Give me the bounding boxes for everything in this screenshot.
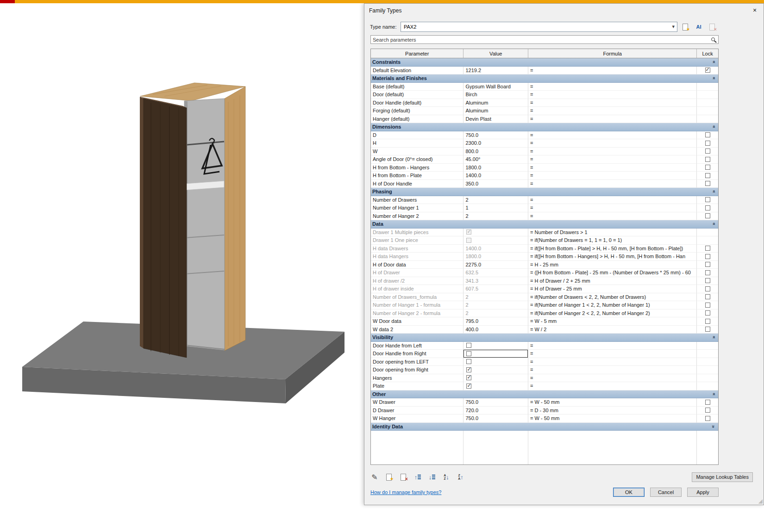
- new-type-button[interactable]: ★: [680, 21, 691, 32]
- param-value-cell[interactable]: 1400.0: [463, 245, 528, 253]
- param-name-cell[interactable]: Number of Hanger 2: [371, 212, 463, 221]
- column-header-formula[interactable]: Formula: [528, 49, 697, 58]
- param-lock-cell[interactable]: [697, 83, 718, 91]
- param-name-cell[interactable]: H of drawer /2: [371, 277, 463, 285]
- value-checkbox[interactable]: [466, 359, 471, 364]
- section-header-dimensions[interactable]: Dimensions»: [371, 123, 718, 131]
- lock-checkbox[interactable]: [705, 213, 710, 218]
- lock-checkbox[interactable]: [705, 132, 710, 137]
- param-lock-cell[interactable]: [697, 326, 718, 334]
- param-value-cell[interactable]: 1400.0: [463, 172, 528, 180]
- param-lock-cell[interactable]: [697, 245, 718, 253]
- section-header-phasing[interactable]: Phasing»: [371, 188, 718, 196]
- param-name-cell[interactable]: Default Elevation: [371, 67, 463, 75]
- param-name-cell[interactable]: H data Hangers: [371, 253, 463, 261]
- close-icon[interactable]: ×: [751, 6, 759, 14]
- param-name-cell[interactable]: Drawer 1 Multiple pieces: [371, 229, 463, 237]
- param-lock-cell[interactable]: [697, 115, 718, 124]
- param-name-cell[interactable]: H from Bottom - Plate: [371, 172, 463, 180]
- lock-checkbox[interactable]: [705, 416, 710, 421]
- param-formula-cell[interactable]: =: [528, 204, 697, 212]
- move-parameter-up-button[interactable]: ↑: [412, 472, 423, 482]
- lock-checkbox[interactable]: [705, 173, 710, 178]
- param-value-cell[interactable]: 720.0: [463, 407, 528, 415]
- param-name-cell[interactable]: Door Handle from Right: [371, 350, 463, 358]
- param-value-cell[interactable]: 1800.0: [463, 164, 528, 172]
- param-formula-cell[interactable]: = if(Number of Hanger 2 < 2, 2, Number o…: [528, 309, 697, 318]
- param-lock-cell[interactable]: [697, 309, 718, 318]
- param-lock-cell[interactable]: [697, 407, 718, 415]
- param-name-cell[interactable]: H of drawer inside: [371, 285, 463, 293]
- lock-checkbox[interactable]: [705, 254, 710, 259]
- param-value-cell[interactable]: [463, 366, 528, 374]
- value-checkbox[interactable]: [466, 375, 471, 380]
- param-value-cell[interactable]: 2300.0: [463, 139, 528, 148]
- param-lock-cell[interactable]: [697, 212, 718, 221]
- param-lock-cell[interactable]: [697, 236, 718, 245]
- param-value-cell[interactable]: Aluminum: [463, 99, 528, 107]
- param-formula-cell[interactable]: = Number of Drawers > 1: [528, 229, 697, 237]
- param-name-cell[interactable]: Number of Hanger 2 - formula: [371, 309, 463, 318]
- param-formula-cell[interactable]: =: [528, 358, 697, 366]
- param-name-cell[interactable]: Number of Drawers_formula: [371, 293, 463, 302]
- param-value-cell[interactable]: [463, 342, 528, 350]
- lock-checkbox[interactable]: [705, 286, 710, 291]
- param-name-cell[interactable]: D Drawer: [371, 407, 463, 415]
- param-name-cell[interactable]: W: [371, 148, 463, 156]
- param-formula-cell[interactable]: = W - 5 mm: [528, 317, 697, 326]
- section-header-constraints[interactable]: Constraints»: [371, 58, 718, 67]
- delete-parameter-button[interactable]: ×: [398, 472, 409, 482]
- param-lock-cell[interactable]: [697, 317, 718, 326]
- param-name-cell[interactable]: Drawer 1 One piece: [371, 236, 463, 245]
- param-name-cell[interactable]: Plate: [371, 382, 463, 390]
- param-formula-cell[interactable]: = H of Drawer / 2 + 25 mm: [528, 277, 697, 285]
- new-parameter-button[interactable]: ★: [383, 472, 395, 482]
- lock-checkbox[interactable]: [705, 303, 710, 308]
- param-name-cell[interactable]: H from Bottom - Hangers: [371, 164, 463, 172]
- lock-checkbox[interactable]: [705, 270, 710, 275]
- value-checkbox[interactable]: [466, 367, 471, 372]
- param-lock-cell[interactable]: [697, 229, 718, 237]
- param-formula-cell[interactable]: =: [528, 83, 697, 91]
- param-lock-cell[interactable]: [697, 277, 718, 285]
- param-value-cell[interactable]: [463, 350, 528, 358]
- param-value-cell[interactable]: 795.0: [463, 317, 528, 326]
- param-name-cell[interactable]: Hangers: [371, 374, 463, 383]
- param-lock-cell[interactable]: [697, 172, 718, 180]
- param-lock-cell[interactable]: [697, 148, 718, 156]
- param-name-cell[interactable]: H data Drawers: [371, 245, 463, 253]
- param-formula-cell[interactable]: =: [528, 212, 697, 221]
- sort-descending-button[interactable]: ZA↑: [455, 472, 466, 482]
- resize-grip[interactable]: ◢: [758, 498, 763, 504]
- section-header-materials-and-finishes[interactable]: Materials and Finishes»: [371, 74, 718, 83]
- param-name-cell[interactable]: H of Drawer: [371, 269, 463, 277]
- param-value-cell[interactable]: 341.3: [463, 277, 528, 285]
- param-value-cell[interactable]: Birch: [463, 91, 528, 99]
- param-lock-cell[interactable]: [697, 204, 718, 212]
- param-name-cell[interactable]: W Door data: [371, 317, 463, 326]
- param-formula-cell[interactable]: = W - 50 mm: [528, 398, 697, 407]
- lock-checkbox[interactable]: [705, 327, 710, 332]
- param-formula-cell[interactable]: = W - 50 mm: [528, 414, 697, 423]
- param-value-cell[interactable]: 632.5: [463, 269, 528, 277]
- param-value-cell[interactable]: [463, 374, 528, 383]
- lock-checkbox[interactable]: [705, 294, 710, 299]
- param-formula-cell[interactable]: =: [528, 148, 697, 156]
- param-lock-cell[interactable]: [697, 285, 718, 293]
- param-lock-cell[interactable]: [697, 91, 718, 99]
- param-formula-cell[interactable]: =: [528, 115, 697, 124]
- param-name-cell[interactable]: Base (default): [371, 83, 463, 91]
- param-lock-cell[interactable]: [697, 358, 718, 366]
- value-checkbox[interactable]: [466, 343, 471, 348]
- param-formula-cell[interactable]: =: [528, 180, 697, 188]
- param-formula-cell[interactable]: = H of Drawer - 25 mm: [528, 285, 697, 293]
- lock-checkbox[interactable]: [705, 205, 710, 210]
- param-name-cell[interactable]: H of Door data: [371, 261, 463, 269]
- param-name-cell[interactable]: Forging (default): [371, 107, 463, 115]
- lock-checkbox[interactable]: [705, 400, 710, 405]
- lock-checkbox[interactable]: [705, 148, 710, 154]
- param-lock-cell[interactable]: [697, 350, 718, 358]
- column-header-parameter[interactable]: Parameter: [371, 49, 463, 58]
- param-formula-cell[interactable]: =: [528, 172, 697, 180]
- value-checkbox[interactable]: [466, 229, 471, 235]
